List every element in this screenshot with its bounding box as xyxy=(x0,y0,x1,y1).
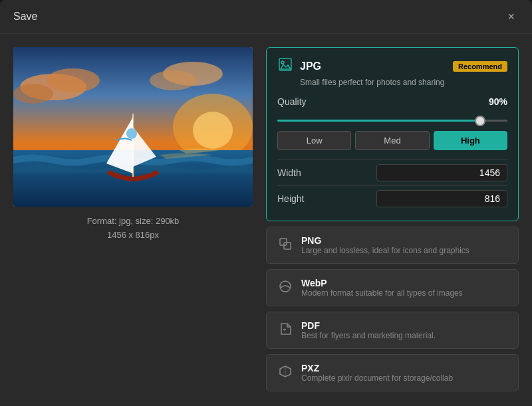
webp-desc: Modern format suitable for all types of … xyxy=(301,288,463,298)
jpg-header: JPG Recommend xyxy=(277,57,507,75)
pxz-icon xyxy=(277,364,293,382)
webp-text: WebP Modern format suitable for all type… xyxy=(301,278,463,298)
dialog-body: Format: jpg, size: 290kb 1456 x 816px xyxy=(0,34,532,405)
quality-slider-container xyxy=(277,112,507,124)
pdf-name: PDF xyxy=(301,320,436,331)
svg-point-2 xyxy=(193,112,233,149)
pdf-text: PDF Best for flyers and marketing materi… xyxy=(301,320,436,340)
svg-point-7 xyxy=(150,70,196,90)
png-desc: Large and lossless, ideal for icons and … xyxy=(301,246,469,255)
svg-point-10 xyxy=(126,128,137,139)
quality-row: Quality 90% xyxy=(277,96,507,107)
webp-format-card[interactable]: WebP Modern format suitable for all type… xyxy=(266,269,519,306)
pxz-name: PXZ xyxy=(301,363,453,373)
format-size-info: Format: jpg, size: 290kb xyxy=(87,215,180,229)
jpg-description: Small files perfect for photos and shari… xyxy=(300,78,507,87)
svg-point-5 xyxy=(13,84,53,104)
quality-buttons: Low Med High xyxy=(277,131,507,150)
height-input[interactable] xyxy=(376,190,507,207)
dimensions-info: 1456 x 816px xyxy=(87,229,180,243)
pxz-format-card[interactable]: PXZ Complete pixlr document for storage/… xyxy=(266,354,519,391)
med-quality-button[interactable]: Med xyxy=(355,131,429,150)
high-quality-button[interactable]: High xyxy=(434,131,507,150)
webp-name: WebP xyxy=(301,278,463,288)
pxz-text: PXZ Complete pixlr document for storage/… xyxy=(301,363,453,383)
webp-icon xyxy=(277,279,293,297)
save-dialog: Save × xyxy=(0,0,532,406)
height-row: Height xyxy=(277,185,507,211)
options-panel: JPG Recommend Small files perfect for ph… xyxy=(266,47,519,391)
pdf-desc: Best for flyers and marketing material. xyxy=(301,331,436,340)
png-name: PNG xyxy=(301,235,469,246)
svg-rect-14 xyxy=(284,243,291,249)
svg-rect-13 xyxy=(280,239,287,245)
close-button[interactable]: × xyxy=(503,9,519,24)
width-row: Width xyxy=(277,159,507,185)
quality-label: Quality xyxy=(277,96,307,107)
image-info: Format: jpg, size: 290kb 1456 x 816px xyxy=(87,215,180,243)
jpg-format-card[interactable]: JPG Recommend Small files perfect for ph… xyxy=(266,47,519,221)
preview-panel: Format: jpg, size: 290kb 1456 x 816px xyxy=(13,47,253,391)
width-input[interactable] xyxy=(376,164,507,181)
png-format-card[interactable]: PNG Large and lossless, ideal for icons … xyxy=(266,227,519,264)
dialog-header: Save × xyxy=(0,0,532,34)
width-label: Width xyxy=(277,167,301,178)
jpg-icon xyxy=(277,57,293,75)
image-preview xyxy=(13,47,253,207)
png-text: PNG Large and lossless, ideal for icons … xyxy=(301,235,469,255)
pdf-format-card[interactable]: PDF Best for flyers and marketing materi… xyxy=(266,312,519,349)
jpg-title-row: JPG xyxy=(277,57,321,75)
svg-point-4 xyxy=(47,68,100,92)
pdf-icon xyxy=(277,322,293,340)
low-quality-button[interactable]: Low xyxy=(277,131,351,150)
png-icon xyxy=(277,237,293,254)
jpg-name: JPG xyxy=(300,60,321,72)
svg-point-11 xyxy=(281,61,284,64)
dialog-title: Save xyxy=(13,11,37,23)
height-label: Height xyxy=(277,193,304,204)
quality-slider[interactable] xyxy=(277,120,507,122)
pxz-desc: Complete pixlr document for storage/coll… xyxy=(301,373,453,383)
quality-value: 90% xyxy=(489,96,507,107)
svg-point-15 xyxy=(280,281,291,292)
recommend-badge: Recommend xyxy=(453,61,507,72)
